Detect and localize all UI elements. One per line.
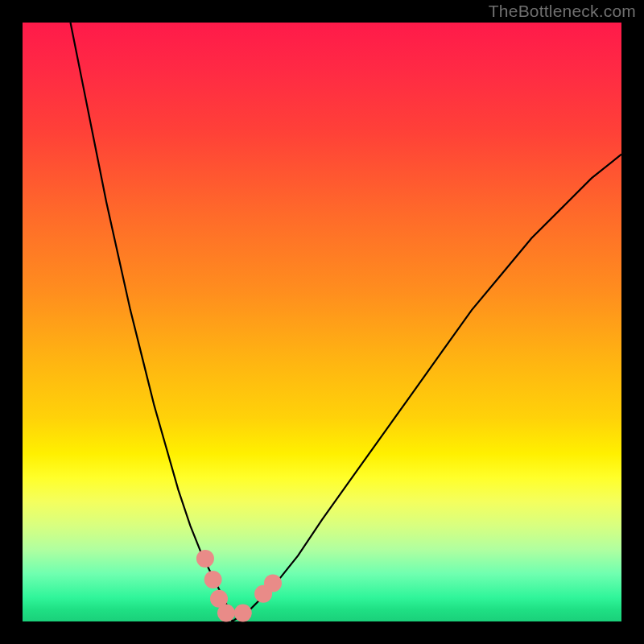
highlight-dot xyxy=(217,605,235,622)
plot-area xyxy=(23,23,621,621)
chart-svg xyxy=(23,23,621,621)
highlight-dot xyxy=(264,574,282,592)
highlight-dot xyxy=(204,571,222,588)
highlight-dots xyxy=(196,550,282,622)
watermark-text: TheBottleneck.com xyxy=(489,2,636,21)
highlight-dot xyxy=(196,550,214,568)
chart-stage: TheBottleneck.com xyxy=(0,0,644,644)
bottleneck-curve xyxy=(71,23,621,621)
highlight-dot xyxy=(234,605,252,622)
